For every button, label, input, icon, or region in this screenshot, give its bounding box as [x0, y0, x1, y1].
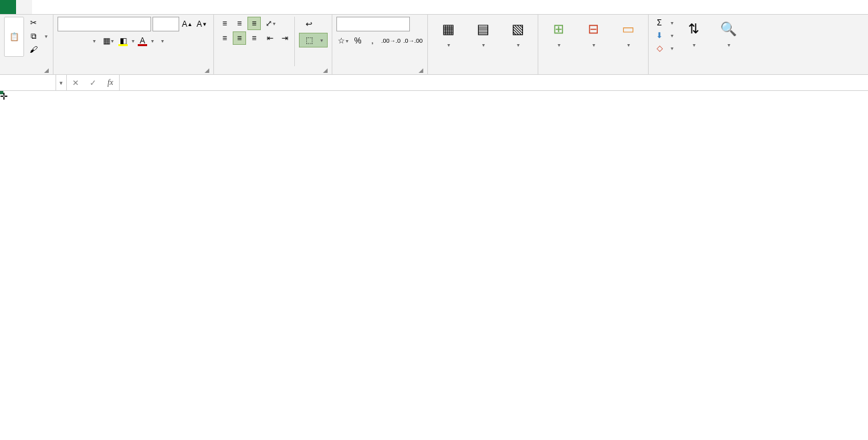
cut-button[interactable]: ✂	[27, 17, 49, 29]
percent-button[interactable]: %	[351, 34, 364, 47]
phonetic-button[interactable]: ▾	[155, 34, 169, 47]
number-dialog-icon[interactable]: ◢	[419, 67, 423, 74]
italic-button[interactable]	[72, 34, 86, 47]
wrap-text-button[interactable]: ↩	[299, 17, 328, 31]
tab-page-layout[interactable]	[48, 0, 64, 14]
group-font: A▲ A▼ ▾ ▦▾ ◧▾ A▾ ▾ ◢	[53, 15, 214, 74]
group-alignment: ≡ ≡ ≡ ≡ ≡ ≡ ⤢▾ ⇤ ⇥ ↩	[214, 15, 332, 74]
binoculars-icon: 🔍	[719, 19, 738, 38]
fx-button[interactable]: fx	[102, 78, 119, 88]
align-left-button[interactable]: ≡	[218, 31, 231, 45]
clipboard-icon: 📋	[9, 31, 19, 42]
comma-button[interactable]: ,	[366, 34, 379, 47]
align-dialog-icon[interactable]: ◢	[323, 67, 328, 74]
group-editing: Σ▾ ⬇▾ ◇▾ ⇅▾ 🔍▾	[649, 15, 748, 74]
tab-formulas[interactable]	[64, 0, 80, 14]
tab-data[interactable]	[80, 0, 96, 14]
sort-filter-button[interactable]: ⇅▾	[677, 17, 710, 73]
font-color-button[interactable]: A	[136, 34, 149, 47]
ribbon: 📋 ✂ ⧉▾ 🖌 ◢ A▲ A▼ ▾ ▦▾	[0, 15, 868, 75]
conditional-format-button[interactable]: ▦▾	[432, 17, 464, 73]
align-right-button[interactable]: ≡	[247, 31, 261, 45]
merge-center-button[interactable]: ⬚▾	[299, 33, 328, 47]
formula-bar: ▾ ✕ ✓ fx	[0, 75, 868, 91]
number-format-select[interactable]	[336, 17, 410, 31]
orientation-button[interactable]: ⤢▾	[263, 17, 277, 30]
sigma-icon: Σ	[654, 17, 665, 28]
tab-insert[interactable]	[32, 0, 48, 14]
format-icon: ▭	[619, 19, 637, 38]
paste-button[interactable]: 📋	[4, 17, 24, 57]
clipboard-dialog-icon[interactable]: ◢	[44, 67, 49, 74]
tab-view[interactable]	[112, 0, 128, 14]
cell-style-icon: ▧	[508, 19, 527, 38]
shrink-font-button[interactable]: A▼	[195, 17, 209, 31]
sort-icon: ⇅	[684, 19, 703, 38]
eraser-icon: ◇	[654, 43, 665, 53]
group-cells: ⊞▾ ⊟▾ ▭▾	[538, 15, 649, 74]
increase-decimal-button[interactable]: .00→.0	[381, 34, 401, 47]
border-button[interactable]: ▦▾	[102, 34, 115, 47]
group-styles: ▦▾ ▤▾ ▧▾	[428, 15, 538, 74]
format-as-table-button[interactable]: ▤▾	[467, 17, 499, 73]
bold-button[interactable]	[58, 34, 71, 47]
group-clipboard: 📋 ✂ ⧉▾ 🖌 ◢	[0, 15, 53, 74]
cond-format-icon: ▦	[439, 19, 457, 38]
underline-button[interactable]: ▾	[87, 34, 100, 47]
increase-indent-button[interactable]: ⇥	[278, 31, 292, 45]
clear-button[interactable]: ◇▾	[653, 42, 675, 54]
fill-color-button[interactable]: ◧	[116, 34, 130, 47]
font-dialog-icon[interactable]: ◢	[205, 67, 209, 74]
fill-button[interactable]: ⬇▾	[653, 29, 675, 41]
currency-button[interactable]: ☆▾	[336, 34, 350, 47]
format-painter-button[interactable]: 🖌	[27, 43, 49, 56]
align-middle-button[interactable]: ≡	[233, 17, 246, 30]
name-box[interactable]	[0, 75, 56, 90]
name-box-dropdown[interactable]: ▾	[56, 75, 67, 90]
decrease-decimal-button[interactable]: .0→.00	[403, 34, 423, 47]
font-size-input[interactable]	[152, 17, 179, 31]
cell-styles-button[interactable]: ▧▾	[502, 17, 534, 73]
scissors-icon: ✂	[28, 17, 39, 28]
brush-icon: 🖌	[28, 44, 39, 55]
group-number: ☆▾ % , .00→.0 .0→.00 ◢	[332, 15, 428, 74]
worksheet-grid[interactable]: ✛	[0, 91, 868, 440]
align-top-button[interactable]: ≡	[218, 17, 231, 30]
format-cells-button[interactable]: ▭▾	[612, 17, 644, 73]
merge-icon: ⬚	[304, 35, 314, 45]
table-icon: ▤	[473, 19, 492, 38]
insert-cells-button[interactable]: ⊞▾	[542, 17, 574, 73]
align-center-button[interactable]: ≡	[233, 31, 246, 45]
formula-input[interactable]	[120, 75, 868, 90]
selection-rectangle	[0, 91, 3, 94]
copy-icon: ⧉	[28, 31, 39, 41]
delete-cells-button[interactable]: ⊟▾	[577, 17, 609, 73]
delete-icon: ⊟	[584, 19, 603, 38]
decrease-indent-button[interactable]: ⇤	[263, 31, 277, 45]
font-name-input[interactable]	[58, 17, 151, 31]
align-bottom-button[interactable]: ≡	[247, 17, 261, 30]
wrap-icon: ↩	[304, 19, 314, 29]
autosum-button[interactable]: Σ▾	[653, 17, 675, 29]
enter-formula-button[interactable]: ✓	[84, 78, 102, 88]
insert-icon: ⊞	[549, 19, 568, 38]
copy-button[interactable]: ⧉▾	[27, 30, 49, 42]
cancel-formula-button[interactable]: ✕	[67, 78, 84, 88]
cursor-icon: ✛	[0, 91, 8, 102]
fill-icon: ⬇	[654, 30, 665, 41]
tab-file[interactable]	[0, 0, 16, 14]
grow-font-button[interactable]: A▲	[181, 17, 194, 31]
tab-review[interactable]	[96, 0, 112, 14]
tab-home[interactable]	[16, 0, 32, 14]
find-select-button[interactable]: 🔍▾	[712, 17, 744, 73]
ribbon-tabs	[0, 0, 868, 15]
